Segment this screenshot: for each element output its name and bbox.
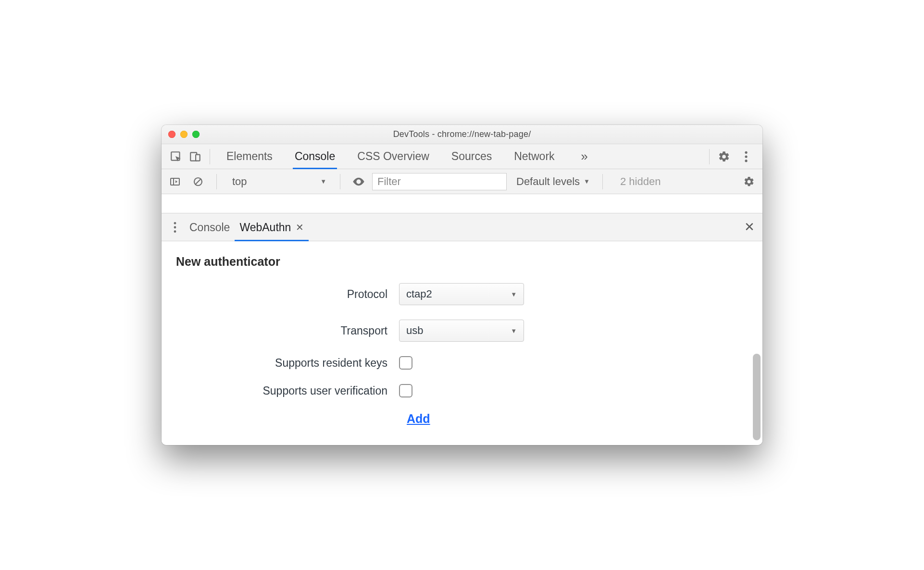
drawer-tabbar: Console WebAuthn ✕ ✕ — [162, 213, 762, 241]
chevron-down-icon: ▼ — [511, 291, 517, 298]
device-toolbar-icon[interactable] — [186, 147, 205, 166]
transport-select[interactable]: usb ▼ — [399, 320, 524, 342]
window-title: DevTools - chrome://new-tab-page/ — [162, 129, 762, 139]
main-tabs: Elements Console CSS Overview Sources Ne… — [225, 144, 704, 169]
close-drawer-icon[interactable]: ✕ — [740, 220, 759, 235]
protocol-select[interactable]: ctap2 ▼ — [399, 283, 524, 305]
drawer-tab-label: Console — [189, 221, 230, 234]
kebab-menu-icon[interactable] — [737, 147, 756, 166]
drawer-kebab-menu-icon[interactable] — [165, 218, 185, 237]
chevron-down-icon: ▼ — [511, 327, 517, 335]
drawer-tab-console[interactable]: Console — [185, 213, 235, 241]
more-tabs-icon[interactable]: » — [575, 147, 594, 166]
divider — [709, 149, 710, 164]
scrollbar[interactable] — [753, 241, 761, 445]
section-heading: New authenticator — [176, 255, 748, 269]
context-value: top — [232, 175, 247, 188]
resident-keys-checkbox[interactable] — [399, 356, 412, 370]
tab-console[interactable]: Console — [293, 144, 337, 169]
hidden-messages-count[interactable]: 2 hidden — [620, 175, 661, 188]
divider — [340, 174, 340, 189]
tab-network[interactable]: Network — [512, 144, 556, 169]
chevron-down-icon: ▼ — [584, 178, 590, 185]
add-authenticator-button[interactable]: Add — [407, 412, 748, 426]
resident-keys-label: Supports resident keys — [176, 357, 387, 370]
inspect-element-icon[interactable] — [166, 147, 186, 166]
protocol-value: ctap2 — [406, 288, 432, 300]
svg-point-11 — [174, 222, 176, 224]
devtools-window: DevTools - chrome://new-tab-page/ Elemen… — [162, 125, 762, 445]
tab-sources[interactable]: Sources — [450, 144, 494, 169]
console-settings-gear-icon[interactable] — [739, 172, 759, 191]
protocol-label: Protocol — [176, 288, 387, 301]
tab-css-overview[interactable]: CSS Overview — [355, 144, 431, 169]
log-levels-selector[interactable]: Default levels ▼ — [516, 175, 590, 188]
divider — [602, 174, 603, 189]
titlebar: DevTools - chrome://new-tab-page/ — [162, 125, 762, 144]
svg-point-4 — [745, 155, 747, 158]
svg-point-13 — [174, 230, 176, 233]
divider — [216, 174, 217, 189]
svg-marker-8 — [175, 180, 177, 183]
settings-gear-icon[interactable] — [714, 147, 734, 166]
svg-rect-2 — [196, 154, 200, 161]
console-filter-input[interactable] — [372, 173, 507, 190]
levels-label: Default levels — [516, 175, 580, 188]
scrollbar-thumb[interactable] — [753, 354, 761, 440]
drawer-tab-webauthn[interactable]: WebAuthn ✕ — [235, 213, 309, 241]
user-verification-label: Supports user verification — [176, 384, 387, 397]
svg-point-12 — [174, 226, 176, 228]
live-expression-eye-icon[interactable] — [349, 172, 368, 191]
tab-elements[interactable]: Elements — [225, 144, 275, 169]
svg-line-10 — [196, 179, 201, 184]
chevron-down-icon: ▼ — [320, 178, 326, 185]
close-tab-icon[interactable]: ✕ — [296, 222, 304, 233]
svg-point-3 — [745, 151, 747, 153]
user-verification-checkbox[interactable] — [399, 384, 412, 397]
console-toolbar: top ▼ Default levels ▼ 2 hidden — [162, 169, 762, 194]
transport-value: usb — [406, 324, 423, 337]
main-tabbar: Elements Console CSS Overview Sources Ne… — [162, 144, 762, 169]
console-sidebar-toggle-icon[interactable] — [165, 172, 185, 191]
svg-point-5 — [745, 160, 747, 162]
webauthn-panel: New authenticator Protocol ctap2 ▼ Trans… — [162, 241, 762, 445]
clear-console-icon[interactable] — [188, 172, 208, 191]
drawer-tab-label: WebAuthn — [239, 221, 291, 234]
execution-context-selector[interactable]: top ▼ — [225, 173, 331, 190]
svg-rect-6 — [171, 178, 179, 185]
transport-label: Transport — [176, 324, 387, 337]
console-output-area — [162, 194, 762, 213]
divider — [210, 149, 210, 164]
